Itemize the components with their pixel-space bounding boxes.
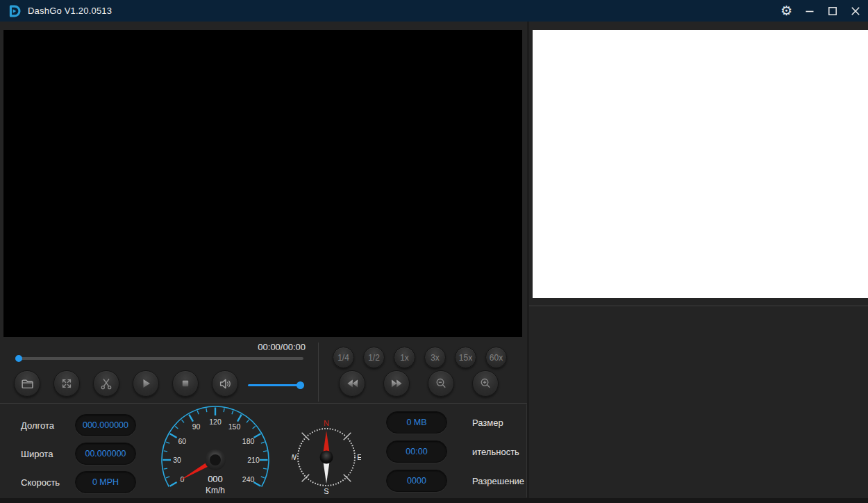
svg-text:60: 60 xyxy=(178,437,187,445)
fullscreen-button[interactable] xyxy=(53,370,80,397)
svg-text:N: N xyxy=(324,419,329,427)
rewind-icon xyxy=(345,377,360,390)
seek-zoom-controls xyxy=(339,370,499,397)
fast-forward-icon xyxy=(390,377,404,390)
right-panel-divider xyxy=(529,305,868,306)
transport-controls xyxy=(14,370,238,397)
duration-label: ительность xyxy=(472,440,519,463)
file-size-value: 0 MB xyxy=(386,411,447,434)
svg-text:W: W xyxy=(292,453,297,461)
svg-text:S: S xyxy=(324,487,328,495)
speed-value: 0 MPH xyxy=(75,471,136,493)
latitude-value: 00.000000 xyxy=(75,443,136,465)
telemetry-divider xyxy=(0,403,527,404)
volume-slider-thumb[interactable] xyxy=(297,381,304,389)
window-title: DashGo V1.20.0513 xyxy=(28,6,112,16)
latitude-label: Широта xyxy=(21,443,53,465)
svg-text:Km/h: Km/h xyxy=(206,486,225,495)
zoom-out-icon xyxy=(434,377,448,390)
rewind-button[interactable] xyxy=(339,370,365,397)
video-display[interactable] xyxy=(3,30,522,337)
play-icon xyxy=(139,377,153,390)
playback-speed-controls: 1/4 1/2 1x 3x 15x 60x xyxy=(333,347,507,368)
svg-text:30: 30 xyxy=(173,456,181,464)
speed-quarter-button[interactable]: 1/4 xyxy=(333,347,354,368)
gear-icon: ⚙ xyxy=(781,4,792,17)
zoom-in-button[interactable] xyxy=(472,370,499,397)
stop-icon xyxy=(178,377,192,390)
speed-half-button[interactable]: 1/2 xyxy=(363,347,385,368)
speed-1x-button[interactable]: 1x xyxy=(394,347,415,368)
map-panel xyxy=(533,30,868,298)
svg-text:240: 240 xyxy=(242,475,255,484)
svg-text:E: E xyxy=(357,453,361,461)
svg-text:150: 150 xyxy=(228,422,241,431)
svg-text:120: 120 xyxy=(209,418,222,426)
svg-text:90: 90 xyxy=(192,422,201,431)
app-logo-icon xyxy=(6,3,22,19)
minimize-icon xyxy=(803,4,817,18)
duration-value: 00:00 xyxy=(386,440,447,463)
fast-forward-button[interactable] xyxy=(383,370,410,397)
open-file-button[interactable] xyxy=(14,370,40,397)
close-button[interactable] xyxy=(844,0,867,22)
controls-divider xyxy=(318,343,319,402)
scissors-icon xyxy=(99,377,113,390)
speaker-icon xyxy=(218,377,233,391)
folder-icon xyxy=(20,377,35,391)
window-controls: ⚙ xyxy=(775,0,868,22)
file-size-label: Размер xyxy=(472,411,503,434)
volume-slider[interactable] xyxy=(248,384,304,386)
stop-button[interactable] xyxy=(172,370,199,397)
speed-60x-button[interactable]: 60x xyxy=(485,347,507,368)
svg-text:180: 180 xyxy=(242,437,255,445)
speedometer-gauge: 0306090120150180210240000Km/h xyxy=(158,406,273,503)
svg-text:210: 210 xyxy=(247,456,260,464)
dashgo-window: DashGo V1.20.0513 ⚙ xyxy=(0,0,868,503)
zoom-out-button[interactable] xyxy=(428,370,454,397)
close-icon xyxy=(849,4,862,18)
volume-button[interactable] xyxy=(212,370,238,397)
play-button[interactable] xyxy=(133,370,159,397)
fullscreen-icon xyxy=(60,377,74,390)
progress-slider[interactable] xyxy=(15,357,303,360)
time-display: 00:00/00:00 xyxy=(167,342,306,352)
progress-slider-thumb[interactable] xyxy=(15,355,22,362)
resolution-value: 0000 xyxy=(386,470,447,492)
panel-divider xyxy=(527,22,529,503)
speed-3x-button[interactable]: 3x xyxy=(424,347,446,368)
svg-text:000: 000 xyxy=(208,474,223,484)
titlebar: DashGo V1.20.0513 ⚙ xyxy=(0,0,868,22)
longitude-label: Долгота xyxy=(21,414,54,436)
maximize-button[interactable] xyxy=(821,0,844,22)
resolution-label: Разрешение xyxy=(472,470,524,492)
maximize-icon xyxy=(826,4,840,18)
window-bottom-edge xyxy=(0,498,868,503)
zoom-in-icon xyxy=(478,377,492,390)
speed-15x-button[interactable]: 15x xyxy=(455,347,476,368)
clip-button[interactable] xyxy=(93,370,119,397)
settings-button[interactable]: ⚙ xyxy=(775,0,798,22)
longitude-value: 000.000000 xyxy=(75,414,136,436)
telemetry-right-divider xyxy=(526,404,527,497)
minimize-button[interactable] xyxy=(798,0,821,22)
compass: NSEW xyxy=(292,411,361,500)
speed-label: Скорость xyxy=(21,471,60,493)
